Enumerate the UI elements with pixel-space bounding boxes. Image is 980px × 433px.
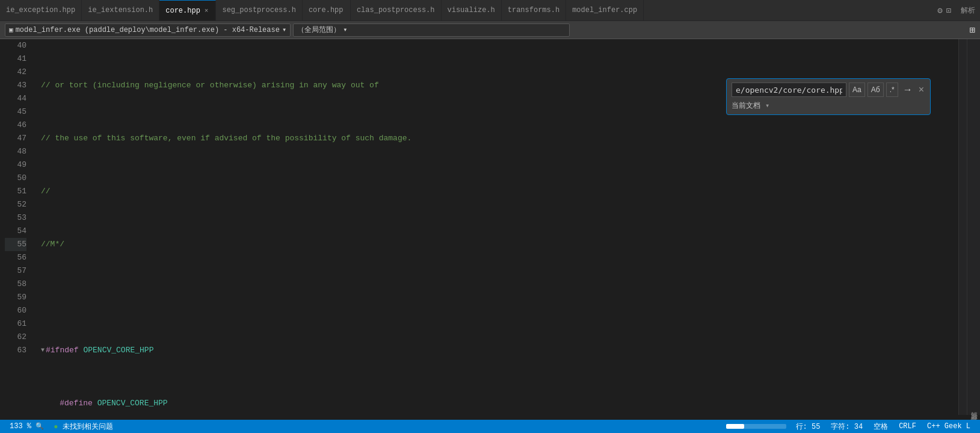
tab-label: transforms.h [508,6,559,14]
code-content: // [41,185,51,198]
line-num-44: 44 [5,92,26,105]
right-panel: 解决 属性 [967,39,980,415]
search-overlay: Aa Aб .* → × 当前文档 ▾ [726,78,931,115]
line-num-46: 46 [5,119,26,132]
search-nav: → × [901,83,925,96]
right-panel-solve[interactable]: 解决 [968,404,979,409]
tab-label: ie_iextension.h [88,6,153,14]
split-icon[interactable]: ⊡ [946,5,951,16]
tab-label: core.hpp [309,6,344,14]
language-info[interactable]: C++ Geek L [922,422,975,431]
line-num-58: 58 [5,278,26,291]
search-case-btn[interactable]: Aa [849,83,865,97]
tab-clas-postprocess[interactable]: clas_postprocess.h [351,0,442,21]
exe-selector[interactable]: ▣ model_infer.exe (paddle_deploy\model_i… [5,23,291,37]
toolbar: ▣ model_infer.exe (paddle_deploy\model_i… [0,21,980,39]
line-numbers: 40 41 42 43 44 45 46 47 48 49 50 51 52 5… [0,39,31,415]
line-num-54: 54 [5,225,26,238]
search-prev-btn[interactable]: → [901,83,915,96]
line-num-41: 41 [5,52,26,66]
code-content: //M*/ [41,238,64,251]
search-scope-dropdown[interactable]: ▾ [765,101,769,110]
tab-model-infer[interactable]: model_infer.cpp [566,0,644,21]
line-num-43: 43 [5,79,26,92]
line-ending-info[interactable]: CRLF [894,422,921,431]
code-line-46: #define OPENCV_CORE_HPP [41,397,958,410]
tab-label: model_infer.cpp [572,6,637,14]
line-num-40: 40 [5,39,26,52]
tab-label: ie_exception.hpp [6,6,75,14]
zoom-level[interactable]: 133 % 🔍 [5,422,49,431]
line-num-57: 57 [5,264,26,278]
line-info[interactable]: 行: 55 [791,422,825,432]
code-content: #define [60,397,97,410]
exe-dropdown-icon: ▾ [282,25,286,34]
line-num-62: 62 [5,331,26,344]
line-num-60: 60 [5,304,26,317]
tab-label: visualize.h [448,6,495,14]
fold-icon-45[interactable]: ▼ [41,344,45,357]
zoom-value: 133 % [10,422,31,431]
code-macro: OPENCV_CORE_HPP [83,344,153,357]
col-info[interactable]: 字符: 34 [826,422,868,432]
code-content: // or tort (including negligence or othe… [41,79,379,92]
line-num-42: 42 [5,66,26,79]
line-num-55: 55 [5,238,26,251]
解析-label[interactable]: 解析 [956,5,980,16]
line-num-51: 51 [5,185,26,198]
search-options-row: 当前文档 ▾ [732,101,925,111]
line-num-59: 59 [5,291,26,304]
status-indicator[interactable]: ● 未找到相关问题 [49,422,117,432]
line-num-49: 49 [5,158,26,172]
search-input[interactable] [732,83,846,97]
right-panel-properties[interactable]: 属性 [968,409,979,414]
code-indent [41,397,60,410]
encoding-info[interactable]: 空格 [869,422,893,432]
search-input-row: Aa Aб .* → × [732,83,925,97]
code-content: // the use of this software, even if adv… [41,132,411,145]
scope-dropdown-icon: ▾ [343,25,347,34]
toolbar-split-icon[interactable]: ⊞ [969,24,975,36]
status-dot: ● [54,423,58,431]
tab-seg-postprocess[interactable]: seg_postprocess.h [216,0,302,21]
progress-fill [726,424,744,429]
line-num-45: 45 [5,105,26,119]
tab-core-hpp[interactable]: core.hpp × [159,0,216,21]
line-num-63: 63 [5,344,26,357]
line-num-56: 56 [5,251,26,264]
line-num-47: 47 [5,132,26,145]
scope-selector[interactable]: （全局范围） ▾ [293,23,570,37]
minimap[interactable] [958,39,967,415]
exe-label: model_infer.exe (paddle_deploy\model_inf… [16,26,280,34]
tab-label: core.hpp [165,7,200,15]
exe-icon: ▣ [9,26,13,34]
search-scope-label: 当前文档 [732,101,760,111]
search-close-btn[interactable]: × [917,83,925,96]
tab-label: seg_postprocess.h [222,6,295,14]
main-layout: Aa Aб .* → × 当前文档 ▾ 40 41 42 43 44 45 [0,39,980,415]
line-num-53: 53 [5,211,26,225]
code-line-42: // [41,185,958,198]
tab-ie-iextension[interactable]: ie_iextension.h [82,0,159,21]
status-right: 行: 55 字符: 34 空格 CRLF C++ Geek L [791,422,975,432]
tab-visualize[interactable]: visualize.h [442,0,502,21]
progress-bar [726,424,786,429]
toolbar-right: ⊞ [969,24,975,36]
line-num-50: 50 [5,172,26,185]
zoom-icon[interactable]: 🔍 [35,423,44,430]
code-line-45: ▼#ifndef OPENCV_CORE_HPP [41,344,958,357]
scope-label: （全局范围） [297,25,341,35]
search-word-btn[interactable]: Aб [868,83,884,97]
tab-core-hpp2[interactable]: core.hpp [303,0,351,21]
tab-transforms[interactable]: transforms.h [502,0,566,21]
code-area: Aa Aб .* → × 当前文档 ▾ 40 41 42 43 44 45 [0,39,967,415]
search-regex-btn[interactable]: .* [886,83,898,97]
code-content [41,291,46,304]
line-num-52: 52 [5,198,26,211]
tab-close-icon[interactable]: × [203,7,210,15]
line-num-48: 48 [5,145,26,158]
code-line-41: // the use of this software, even if adv… [41,132,958,145]
tab-controls: ⚙ ⊡ [932,5,956,16]
tab-ie-exception[interactable]: ie_exception.hpp [0,0,82,21]
settings-icon[interactable]: ⚙ [937,5,942,16]
